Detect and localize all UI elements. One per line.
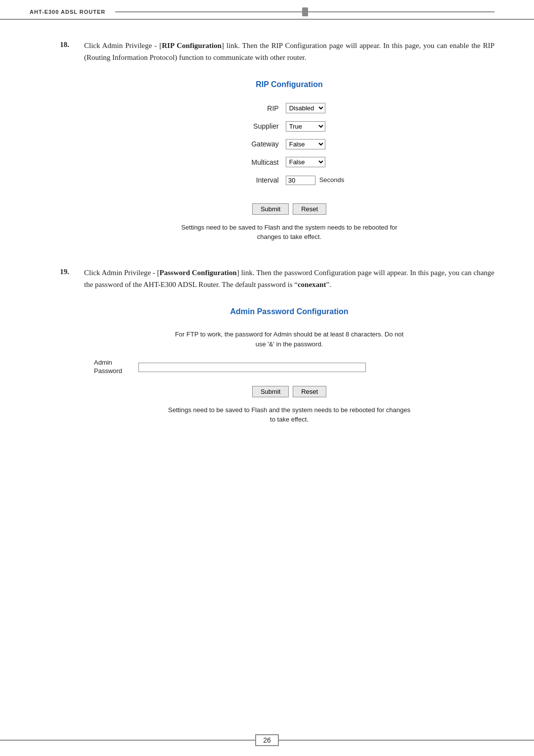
page-footer: 26 (0, 734, 534, 746)
footer-line-left (0, 740, 255, 741)
rip-btn-row: Submit Reset (84, 203, 494, 215)
rip-config-link-text: RIP Configuration (162, 42, 222, 49)
rip-select[interactable]: Disabled Enabled (286, 103, 325, 113)
multicast-label: Multicast (234, 157, 279, 168)
supplier-select[interactable]: True False (286, 121, 325, 132)
supplier-control: True False (286, 121, 325, 132)
interval-row: Interval Seconds (234, 175, 345, 186)
rip-config-title: RIP Configuration (84, 78, 494, 91)
password-config-link-text: Password Configuration (160, 269, 237, 277)
admin-note: For FTP to work, the password for Admin … (84, 330, 494, 349)
section-19-text: Click Admin Privilege - [Password Config… (84, 267, 494, 290)
admin-password-label: AdminPassword (94, 359, 134, 376)
seconds-label: Seconds (319, 175, 345, 186)
interval-label: Interval (234, 175, 279, 186)
multicast-control: False True (286, 157, 325, 167)
admin-config-title: Admin Password Configuration (84, 305, 494, 318)
multicast-select[interactable]: False True (286, 157, 325, 167)
admin-password-row: AdminPassword (94, 359, 494, 376)
section-18-body: Click Admin Privilege - [RIP Configurati… (84, 40, 494, 242)
default-password-text: conexant (298, 281, 326, 288)
rip-settings-note: Settings need to be saved to Flash and t… (84, 223, 494, 242)
rip-label: RIP (234, 103, 279, 114)
admin-reset-button[interactable]: Reset (293, 386, 326, 397)
gateway-select[interactable]: False True (286, 139, 325, 149)
main-content: 18. Click Admin Privilege - [RIP Configu… (0, 20, 534, 479)
supplier-row: Supplier True False (234, 121, 345, 132)
admin-submit-button[interactable]: Submit (252, 386, 289, 397)
gateway-row: Gateway False True (234, 139, 345, 149)
admin-settings-note: Settings need to be saved to Flash and t… (84, 405, 494, 425)
page-header: AHT-E300 ADSL ROUTER (0, 0, 534, 20)
section-19: 19. Click Admin Privilege - [Password Co… (40, 267, 494, 425)
admin-btn-row: Submit Reset (84, 385, 494, 397)
header-divider (115, 11, 494, 12)
rip-form-table: RIP Disabled Enabled Supplier (234, 103, 345, 193)
admin-config-box: Admin Password Configuration For FTP to … (84, 305, 494, 425)
logo-text: AHT-E300 ADSL ROUTER (30, 9, 105, 15)
section-19-body: Click Admin Privilege - [Password Config… (84, 267, 494, 425)
section-18-number: 18. (40, 40, 69, 242)
rip-control: Disabled Enabled (286, 103, 325, 113)
rip-row: RIP Disabled Enabled (234, 103, 345, 114)
page-number: 26 (255, 734, 279, 746)
rip-config-box: RIP Configuration RIP Disabled Enabled (84, 78, 494, 242)
header-connector-icon (302, 7, 308, 16)
interval-control: Seconds (286, 175, 345, 186)
supplier-label: Supplier (234, 121, 279, 132)
rip-submit-button[interactable]: Submit (252, 203, 289, 215)
section-18-text: Click Admin Privilege - [RIP Configurati… (84, 40, 494, 63)
section-18: 18. Click Admin Privilege - [RIP Configu… (40, 40, 494, 242)
section-19-number: 19. (40, 267, 69, 425)
gateway-label: Gateway (234, 139, 279, 149)
gateway-control: False True (286, 139, 325, 149)
admin-form: AdminPassword (84, 359, 494, 376)
footer-line-right (279, 740, 534, 741)
rip-reset-button[interactable]: Reset (293, 203, 326, 215)
admin-password-input[interactable] (138, 363, 366, 372)
multicast-row: Multicast False True (234, 157, 345, 168)
interval-input[interactable] (286, 176, 315, 185)
